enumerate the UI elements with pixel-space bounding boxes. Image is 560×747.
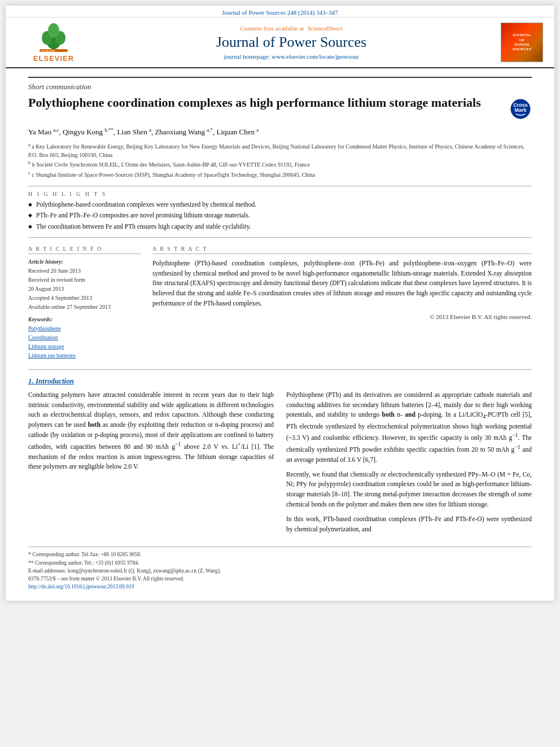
keyword-3[interactable]: Lithium storage <box>28 342 141 351</box>
homepage-text: journal homepage: www.elsevier.com/locat… <box>224 53 358 60</box>
copyright: © 2013 Elsevier B.V. All rights reserved… <box>152 313 532 320</box>
accepted-date: Accepted 4 September 2013 <box>28 294 141 303</box>
elsevier-text: ELSEVIER <box>33 54 74 63</box>
article-dates: Received 20 June 2013 Received in revise… <box>28 267 141 312</box>
doi-link[interactable]: http://dx.doi.org/10.1016/j.jpowsour.201… <box>28 584 134 589</box>
section1-heading: 1. Introduction <box>28 377 532 386</box>
highlights-section: H I G H L I G H T S Polythiophene-based … <box>28 186 532 238</box>
journal-cover-image: JOURNALOFPOWERSOURCES <box>501 23 543 62</box>
body-para-4: In this work, PTh-based coordination com… <box>286 514 532 535</box>
corresponding2-text: ** Corresponding author. Tel.: +33 (0)1 … <box>28 560 139 566</box>
affiliation-c: c c Shanghai Institute of Space Power-So… <box>28 170 532 179</box>
footer-corresponding1: * Corresponding author. Tel./fax: +86 10… <box>28 551 532 558</box>
footer-email: E-mail addresses: kong@synchrotron-solei… <box>28 567 532 575</box>
sciencedirect-link[interactable]: ScienceDirect <box>308 25 343 32</box>
keywords-section: Keywords: Polythiophene Coordination Lit… <box>28 316 141 360</box>
highlight-item-3: The coordination between Fe and PTh ensu… <box>28 222 532 231</box>
article-type: Short communication <box>28 77 532 91</box>
revised-date: 20 August 2013 <box>28 285 141 294</box>
journal-homepage: journal homepage: www.elsevier.com/locat… <box>90 53 492 60</box>
body-col-right: Polythiophene (PTh) and its derivatives … <box>286 390 532 539</box>
page-footer: * Corresponding author. Tel./fax: +86 10… <box>28 547 532 589</box>
footer-issn: 0378-7753/$ – see front matter © 2013 El… <box>28 575 532 583</box>
history-label: Article history: <box>28 259 141 265</box>
main-content: Short communication Polythiophene coordi… <box>6 68 554 601</box>
highlights-label: H I G H L I G H T S <box>28 191 532 197</box>
corresponding1-text: * Corresponding author. Tel./fax: +86 10… <box>28 552 141 557</box>
email-text: E-mail addresses: kong@synchrotron-solei… <box>28 568 221 574</box>
authors: Ya Mao a,c, Qingyu Kong b,**, Lian Shen … <box>28 126 532 138</box>
journal-name: Journal of Power Sources <box>90 34 492 51</box>
highlight-item-2: PTh–Fe and PTh–Fe–O composites are novel… <box>28 211 532 220</box>
journal-reference: Journal of Power Sources 248 (2014) 343–… <box>222 9 338 16</box>
body-para-1: Conducting polymers have attracted consi… <box>28 390 274 472</box>
body-col-left: Conducting polymers have attracted consi… <box>28 390 274 539</box>
body-section: 1. Introduction Conducting polymers have… <box>28 369 532 539</box>
body-para-3: Recently, we found that chemically or el… <box>286 470 532 510</box>
elsevier-logo: ELSEVIER ELSEVIER <box>33 22 74 63</box>
title-area: Polythiophene coordination complexes as … <box>28 95 532 120</box>
body-para-2: Polythiophene (PTh) and its derivatives … <box>286 390 532 465</box>
body-two-col: Conducting polymers have attracted consi… <box>28 390 532 539</box>
journal-top-bar: Journal of Power Sources 248 (2014) 343–… <box>6 6 554 18</box>
article-info-label: A R T I C L E I N F O <box>28 246 141 254</box>
article-info-abstract-row: A R T I C L E I N F O Article history: R… <box>28 246 532 360</box>
svg-text:Mark: Mark <box>514 107 527 113</box>
abstract-label: A B S T R A C T <box>152 246 532 254</box>
abstract-text: Polythiophene (PTh)-based coordination c… <box>152 259 532 309</box>
abstract-col: A B S T R A C T Polythiophene (PTh)-base… <box>152 246 532 360</box>
affiliation-a: a a Key Laboratory for Renewable Energy,… <box>28 142 532 159</box>
crossmark-badge[interactable]: Cross Mark <box>509 98 532 120</box>
highlight-item-1: Polythiophene-based coordination complex… <box>28 200 532 209</box>
affiliations: a a Key Laboratory for Renewable Energy,… <box>28 142 532 179</box>
article-info-col: A R T I C L E I N F O Article history: R… <box>28 246 141 360</box>
affiliation-b: b b Société Civile Synchrotron SOLEIL, L… <box>28 160 532 169</box>
footer-doi[interactable]: http://dx.doi.org/10.1016/j.jpowsour.201… <box>28 584 532 589</box>
page: Journal of Power Sources 248 (2014) 343–… <box>6 6 554 601</box>
cover-text: JOURNALOFPOWERSOURCES <box>511 32 533 53</box>
revised-label: Received in revised form <box>28 276 141 285</box>
journal-cover-area: JOURNALOFPOWERSOURCES <box>492 23 543 62</box>
svg-text:ELSEVIER: ELSEVIER <box>41 49 55 53</box>
keyword-4[interactable]: Lithium ion batteries <box>28 351 141 360</box>
received-date: Received 20 June 2013 <box>28 267 141 276</box>
article-title: Polythiophene coordination complexes as … <box>28 95 481 111</box>
keyword-2[interactable]: Coordination <box>28 333 141 342</box>
keywords-label: Keywords: <box>28 316 141 322</box>
available-date: Available online 27 September 2013 <box>28 303 141 312</box>
journal-header-center: Contents lists available at ScienceDirec… <box>90 25 492 60</box>
sciencedirect-line: Contents lists available at ScienceDirec… <box>90 25 492 32</box>
sciencedirect-label: Contents lists available at <box>240 25 304 32</box>
elsevier-tree-icon: ELSEVIER <box>37 22 71 53</box>
footer-corresponding2: ** Corresponding author. Tel.: +33 (0)1 … <box>28 559 532 567</box>
keyword-1[interactable]: Polythiophene <box>28 324 141 333</box>
crossmark-icon: Cross Mark <box>510 99 531 119</box>
svg-point-4 <box>48 23 59 38</box>
journal-header: ELSEVIER ELSEVIER Contents lists availab… <box>6 18 554 68</box>
elsevier-logo-area: ELSEVIER ELSEVIER <box>17 22 90 63</box>
issn-text: 0378-7753/$ – see front matter © 2013 El… <box>28 576 184 582</box>
